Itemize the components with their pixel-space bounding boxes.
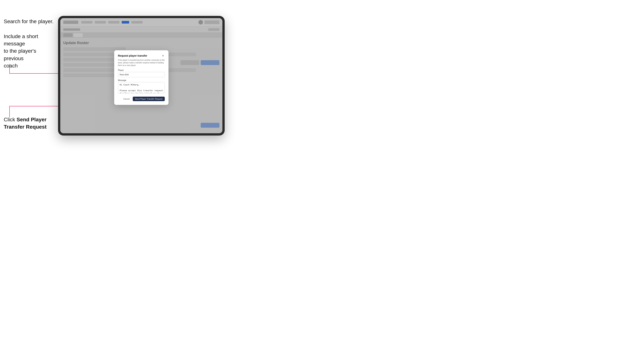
message-textarea[interactable]: Hi Coach McHarg, Please accept this tran… xyxy=(118,82,165,93)
modal-actions: Cancel Send Player Transfer Request xyxy=(118,97,165,101)
cancel-button[interactable]: Cancel xyxy=(122,97,131,101)
annotation-click-text: Click Send Player Transfer Request xyxy=(4,116,46,131)
player-field-label: Player xyxy=(118,69,165,71)
message-field-label: Message xyxy=(118,79,165,81)
tablet-device: Update Roster Request player transfer ✕ xyxy=(58,16,225,136)
tablet-screen: Update Roster Request player transfer ✕ xyxy=(60,18,222,133)
player-input[interactable] xyxy=(118,72,165,77)
modal-overlay: Request player transfer ✕ If the player … xyxy=(60,18,222,133)
request-transfer-modal: Request player transfer ✕ If the player … xyxy=(114,50,168,105)
modal-title: Request player transfer xyxy=(118,54,147,57)
annotation-search-text: Search for the player. xyxy=(4,18,54,25)
modal-close-button[interactable]: ✕ xyxy=(161,54,165,57)
modal-header: Request player transfer ✕ xyxy=(118,54,165,57)
send-transfer-request-button[interactable]: Send Player Transfer Request xyxy=(133,97,165,101)
annotation-message-text: Include a short message to the player's … xyxy=(4,33,54,69)
modal-description: If the player is transferring from anoth… xyxy=(118,59,165,67)
